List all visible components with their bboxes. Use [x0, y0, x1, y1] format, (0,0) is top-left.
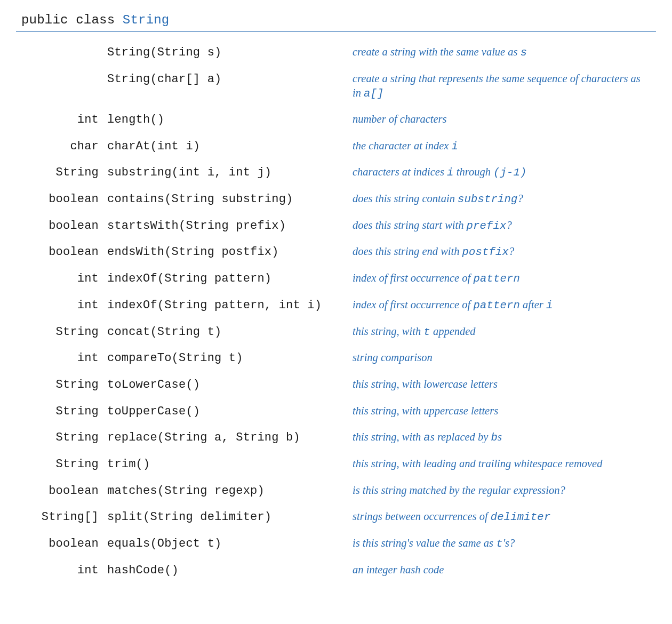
desc-text: the character at index: [353, 140, 452, 151]
api-table: String(String s)create a string with the…: [16, 39, 656, 583]
table-row: intlength()number of characters: [16, 107, 656, 133]
method-signature: String(String s): [107, 39, 353, 66]
method-signature: startsWith(String prefix): [107, 213, 353, 239]
method-description: this string, with leading and trailing w…: [353, 451, 656, 478]
table-row: String[]split(String delimiter)strings b…: [16, 504, 656, 531]
code-token: s: [521, 46, 527, 59]
method-description: does this string start with prefix?: [353, 213, 656, 239]
table-row: Stringreplace(String a, String b)this st…: [16, 425, 656, 451]
desc-text: index of first occurrence of: [353, 272, 473, 284]
table-row: intcompareTo(String t)string comparison: [16, 345, 656, 372]
desc-text: string comparison: [353, 351, 433, 363]
method-signature: hashCode(): [107, 557, 353, 584]
method-signature: replace(String a, String b): [107, 425, 353, 451]
method-description: create a string that represents the same…: [353, 66, 656, 107]
desc-text: ?: [518, 193, 523, 204]
table-row: StringtoLowerCase()this string, with low…: [16, 372, 656, 398]
method-signature: split(String delimiter): [107, 504, 353, 531]
return-type: boolean: [16, 213, 107, 239]
code-token: delimiter: [491, 511, 551, 523]
desc-text: an integer hash code: [353, 564, 444, 575]
method-description: the character at index i: [353, 133, 656, 160]
table-row: Stringsubstring(int i, int j)characters …: [16, 159, 656, 186]
method-description: this string, with as replaced by bs: [353, 425, 656, 451]
desc-text: index of first occurrence of: [353, 299, 473, 310]
method-signature: indexOf(String pattern, int i): [107, 292, 353, 319]
table-row: String(String s)create a string with the…: [16, 39, 656, 66]
desc-text: after: [520, 299, 546, 310]
code-token: prefix: [467, 220, 507, 232]
code-token: pattern: [473, 273, 520, 285]
return-type: String: [16, 319, 107, 346]
table-row: String(char[] a)create a string that rep…: [16, 66, 656, 107]
method-description: strings between occurrences of delimiter: [353, 504, 656, 531]
method-description: this string, with t appended: [353, 319, 656, 346]
method-description: characters at indices i through (j-1): [353, 159, 656, 186]
table-row: StringtoUpperCase()this string, with upp…: [16, 398, 656, 425]
table-row: inthashCode()an integer hash code: [16, 557, 656, 584]
code-token: (j-1): [493, 166, 527, 179]
return-type: [16, 39, 107, 66]
table-row: booleanequals(Object t)is this string's …: [16, 531, 656, 557]
method-description: create a string with the same value as s: [353, 39, 656, 66]
method-signature: toUpperCase(): [107, 398, 353, 425]
desc-text: s replaced by: [430, 431, 491, 443]
return-type: String[]: [16, 504, 107, 531]
method-description: does this string contain substring?: [353, 186, 656, 213]
table-row: charcharAt(int i)the character at index …: [16, 133, 656, 160]
code-token: t: [496, 538, 503, 550]
desc-text: s: [498, 431, 502, 443]
method-signature: toLowerCase(): [107, 372, 353, 398]
return-type: String: [16, 425, 107, 451]
desc-text: this string, with: [353, 325, 423, 337]
method-description: an integer hash code: [353, 557, 656, 584]
return-type: boolean: [16, 531, 107, 557]
table-row: intindexOf(String pattern, int i)index o…: [16, 292, 656, 319]
method-signature: length(): [107, 107, 353, 133]
code-token: pattern: [473, 299, 520, 311]
desc-text: ?: [507, 219, 512, 231]
return-type: String: [16, 398, 107, 425]
return-type: int: [16, 345, 107, 372]
table-row: Stringconcat(String t)this string, with …: [16, 319, 656, 346]
code-token: b: [491, 431, 498, 444]
return-type: int: [16, 266, 107, 292]
code-token: substring: [458, 193, 518, 205]
method-signature: endsWith(String postfix): [107, 239, 353, 266]
method-signature: trim(): [107, 451, 353, 478]
method-description: this string, with uppercase letters: [353, 398, 656, 425]
method-description: string comparison: [353, 345, 656, 372]
desc-text: this string, with lowercase letters: [353, 378, 498, 390]
desc-text: 's?: [503, 537, 515, 549]
return-type: String: [16, 159, 107, 186]
method-signature: substring(int i, int j): [107, 159, 353, 186]
return-type: int: [16, 557, 107, 584]
return-type: boolean: [16, 239, 107, 266]
class-header-name: String: [123, 13, 170, 27]
method-description: is this string matched by the regular ex…: [353, 478, 656, 505]
code-token: t: [423, 326, 430, 338]
method-signature: contains(String substring): [107, 186, 353, 213]
return-type: char: [16, 133, 107, 160]
method-signature: concat(String t): [107, 319, 353, 346]
desc-text: create a string that represents the same…: [353, 73, 641, 99]
desc-text: create a string with the same value as: [353, 46, 521, 58]
desc-text: ?: [509, 245, 514, 257]
desc-text: does this string end with: [353, 245, 462, 257]
desc-text: this string, with uppercase letters: [353, 405, 498, 417]
method-signature: charAt(int i): [107, 133, 353, 160]
desc-text: does this string contain: [353, 193, 458, 204]
return-type: [16, 66, 107, 107]
method-signature: equals(Object t): [107, 531, 353, 557]
table-row: booleancontains(String substring)does th…: [16, 186, 656, 213]
desc-text: this string, with: [353, 431, 423, 443]
return-type: int: [16, 107, 107, 133]
method-signature: indexOf(String pattern): [107, 266, 353, 292]
method-signature: compareTo(String t): [107, 345, 353, 372]
table-row: booleanendsWith(String postfix)does this…: [16, 239, 656, 266]
desc-text: is this string's value the same as: [353, 537, 496, 549]
return-type: boolean: [16, 186, 107, 213]
return-type: String: [16, 451, 107, 478]
desc-text: does this string start with: [353, 219, 467, 231]
desc-text: appended: [430, 325, 476, 337]
